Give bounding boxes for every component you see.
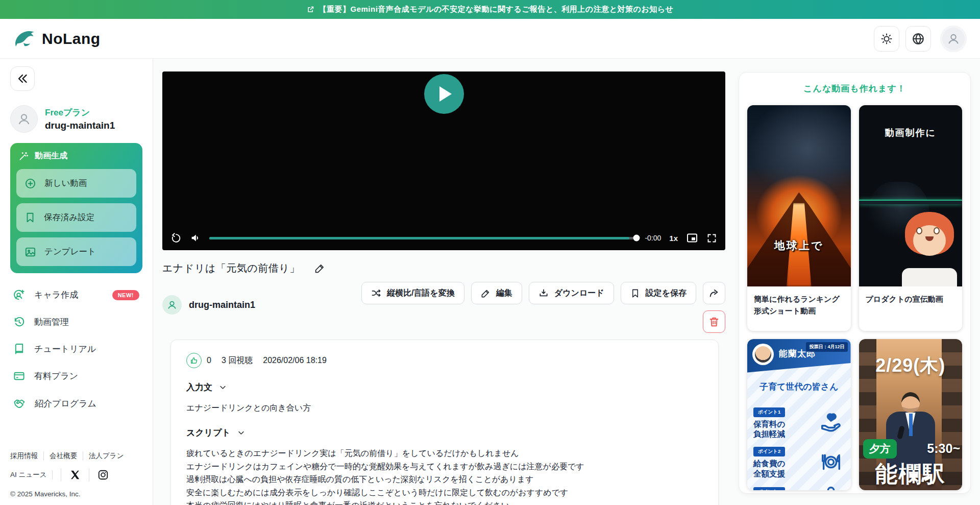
share-button[interactable] bbox=[703, 282, 725, 304]
history-icon bbox=[13, 316, 25, 328]
sidebar-item-referral-program[interactable]: 紹介プログラム bbox=[10, 390, 142, 417]
new-badge: NEW! bbox=[112, 290, 139, 300]
user-plus-icon bbox=[13, 289, 25, 301]
announcement-banner[interactable]: 【重要】Gemini音声合成モデルの不安定な挙動に関するご報告と、利用上の注意と… bbox=[0, 0, 980, 19]
video-player[interactable]: -0:00 1x bbox=[162, 71, 725, 250]
logo-text: NoLang bbox=[42, 30, 101, 47]
street-thumbnail: 2/29(木) 夕方 5:30~ 能欄駅 bbox=[859, 339, 963, 490]
shuffle-icon bbox=[371, 288, 381, 298]
announcement-text: 【重要】Gemini音声合成モデルの不安定な挙動に関するご報告と、利用上の注意と… bbox=[319, 5, 674, 14]
video-detail-card: 0 3 回視聴 2026/02/06 18:19 入力文 エナジードリンクとの向… bbox=[170, 340, 719, 505]
download-icon bbox=[538, 288, 549, 298]
globe-icon bbox=[912, 32, 925, 45]
collapse-sidebar-button[interactable] bbox=[10, 66, 35, 91]
account-avatar[interactable] bbox=[940, 26, 967, 52]
wand-icon bbox=[18, 151, 29, 161]
external-link-icon bbox=[307, 6, 314, 13]
bookmark-icon bbox=[24, 212, 36, 223]
chevron-down-icon bbox=[237, 429, 245, 437]
pip-icon[interactable] bbox=[686, 232, 698, 244]
fullscreen-icon[interactable] bbox=[706, 233, 717, 244]
chevron-down-icon bbox=[219, 383, 227, 391]
book-icon bbox=[13, 343, 25, 355]
dolphin-logo-icon bbox=[13, 29, 37, 49]
example-video-card-product[interactable]: 動画制作に プロダクトの宣伝動画 bbox=[859, 105, 963, 331]
flyer-thumbnail: 能蘭太郎 投票日：4月12日 子育て世代の皆さん ポイント1 保育料の 負担軽減 bbox=[747, 339, 851, 490]
button-label: 編集 bbox=[496, 288, 512, 299]
script-line: 安全に楽しむためには成分表示をしっかり確認しここぞという時だけに限定して飲むのが… bbox=[186, 486, 703, 499]
owner-avatar bbox=[162, 295, 182, 315]
event-date-text: 2/29(木) bbox=[859, 353, 963, 378]
footer-link-business-plan[interactable]: 法人プラン bbox=[83, 451, 129, 461]
user-icon bbox=[946, 32, 961, 46]
play-button[interactable] bbox=[424, 74, 464, 114]
example-video-card-ranking[interactable]: 地球上で 簡単に作れるランキング形式ショート動画 bbox=[747, 105, 851, 331]
point-badge: ポイント2 bbox=[753, 447, 785, 456]
footer-link-ai-news[interactable]: AI ニュース bbox=[10, 470, 53, 479]
event-time-text: 5:30~ bbox=[927, 441, 960, 456]
time-remaining: -0:00 bbox=[645, 234, 661, 242]
sidebar-item-new-video[interactable]: 新しい動画 bbox=[16, 169, 136, 198]
desk-thumbnail: 動画制作に bbox=[859, 105, 963, 286]
example-video-card-politics-flyer[interactable]: 能蘭太郎 投票日：4月12日 子育て世代の皆さん ポイント1 保育料の 負担軽減 bbox=[747, 339, 851, 490]
sidebar-item-label: チュートリアル bbox=[34, 343, 96, 355]
delete-button[interactable] bbox=[703, 310, 725, 333]
button-label: ダウンロード bbox=[554, 288, 604, 299]
video-owner: drug-maintain1 bbox=[162, 295, 255, 315]
convert-aspect-language-button[interactable]: 縦横比/言語を変換 bbox=[361, 282, 464, 304]
thumbnail-subtitle: 地球上で bbox=[747, 238, 851, 253]
language-button[interactable] bbox=[905, 26, 931, 52]
created-date: 2026/02/06 18:19 bbox=[263, 356, 327, 365]
sidebar-item-saved-settings[interactable]: 保存済み設定 bbox=[16, 203, 136, 232]
station-name-text: 能欄駅 bbox=[859, 459, 963, 489]
edit-title-icon[interactable] bbox=[314, 263, 325, 274]
example-video-card-street-speech[interactable]: 2/29(木) 夕方 5:30~ 能欄駅 bbox=[859, 339, 963, 490]
owner-name: drug-maintain1 bbox=[189, 300, 255, 310]
sidebar-item-label: 新しい動画 bbox=[44, 178, 87, 189]
script-line: 本当の疲労回復にはやはり睡眠と食事が一番の近道だということを忘れないでください bbox=[186, 499, 703, 505]
video-generation-card: 動画生成 新しい動画 保存済み設定 テンプレート bbox=[10, 143, 142, 273]
theme-toggle-button[interactable] bbox=[874, 26, 899, 52]
sidebar-item-tutorial[interactable]: チュートリアル bbox=[10, 335, 142, 363]
footer-link-recruit[interactable]: 採用情報 bbox=[10, 451, 44, 461]
vote-date-chip: 投票日：4月12日 bbox=[806, 342, 847, 352]
replay-icon[interactable] bbox=[170, 232, 182, 244]
button-label: 縦横比/言語を変換 bbox=[387, 288, 455, 299]
download-button[interactable]: ダウンロード bbox=[529, 282, 614, 304]
script-line: エナジードリンクはカフェインや糖分で一時的な覚醒効果を与えてくれますが飲み過ぎに… bbox=[186, 460, 703, 473]
seek-bar[interactable] bbox=[209, 237, 636, 239]
nolang-logo[interactable]: NoLang bbox=[13, 29, 101, 49]
footer-link-company[interactable]: 会社概要 bbox=[44, 451, 83, 461]
sidebar-item-label: 保存済み設定 bbox=[44, 212, 94, 223]
sidebar-item-label: テンプレート bbox=[44, 246, 96, 257]
input-section-toggle[interactable]: 入力文 bbox=[186, 381, 703, 393]
sidebar-avatar bbox=[10, 105, 38, 133]
playback-speed[interactable]: 1x bbox=[669, 234, 678, 243]
editing-timeline bbox=[859, 200, 963, 204]
example-caption: プロダクトの宣伝動画 bbox=[859, 286, 963, 319]
seek-knob[interactable] bbox=[633, 235, 640, 242]
save-settings-button[interactable]: 設定を保存 bbox=[621, 282, 696, 304]
sidebar-item-paid-plan[interactable]: 有料プラン bbox=[10, 363, 142, 390]
backpack-icon bbox=[815, 486, 847, 490]
like-count: 0 bbox=[207, 356, 211, 365]
sidebar-item-video-management[interactable]: 動画管理 bbox=[10, 308, 142, 335]
sidebar-item-character-creation[interactable]: キャラ作成 NEW! bbox=[10, 281, 142, 308]
point-badge: ポイント3 bbox=[753, 487, 785, 490]
instagram-icon[interactable] bbox=[97, 469, 109, 480]
script-line: 疲れているときのエナジードリンク実は「元気の前借り」をしているだけかもしれません bbox=[186, 447, 703, 460]
sidebar-item-template[interactable]: テンプレート bbox=[16, 237, 136, 266]
sidebar-item-label: 有料プラン bbox=[34, 370, 78, 382]
edit-button[interactable]: 編集 bbox=[471, 282, 522, 304]
user-profile[interactable]: Freeプラン drug-maintain1 bbox=[10, 105, 142, 133]
like-button[interactable]: 0 bbox=[186, 353, 211, 368]
examples-panel: こんな動画も作れます！ 地球上で 簡単に作れるランキング形式ショート動画 動画制… bbox=[739, 72, 971, 494]
x-logo-icon[interactable] bbox=[69, 469, 81, 480]
bookmark-icon bbox=[630, 288, 640, 298]
volume-icon[interactable] bbox=[190, 232, 201, 244]
script-line: 過剰摂取は心臓への負担や依存症睡眠の質の低下といった深刻なリスクを招くことがあり… bbox=[186, 473, 703, 486]
examples-title: こんな動画も作れます！ bbox=[747, 83, 962, 94]
point-text: 保育料の 負担軽減 bbox=[753, 419, 815, 439]
button-label: 設定を保存 bbox=[646, 288, 687, 299]
script-section-toggle[interactable]: スクリプト bbox=[186, 427, 703, 439]
